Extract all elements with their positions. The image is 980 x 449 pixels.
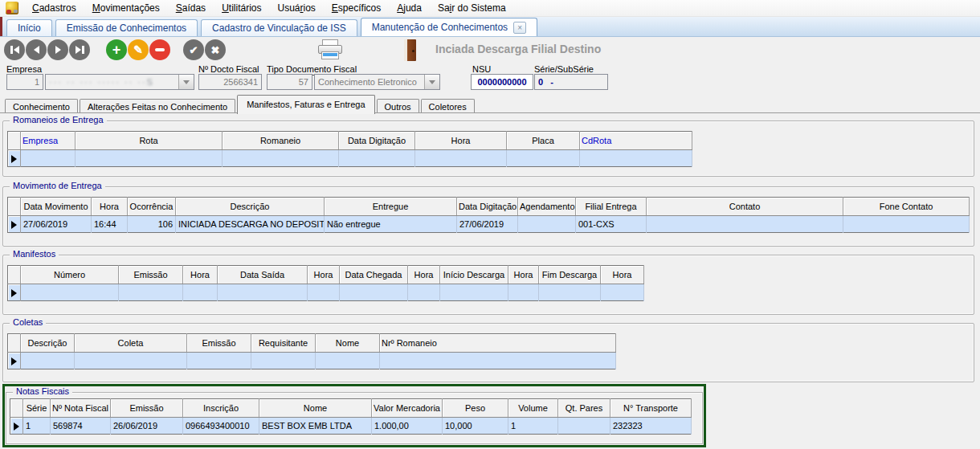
print-button[interactable] [316,39,344,61]
cell-hora[interactable] [601,284,644,301]
column-header-data-saida[interactable]: Data Saída [218,266,308,284]
exit-door-icon[interactable] [404,39,416,61]
column-header-agendamento[interactable]: Agendamento [518,198,576,216]
cell-filial-entrega[interactable]: 001-CXS [576,216,647,233]
column-header-hora[interactable]: Hora [183,266,218,284]
cell-emissao[interactable]: 26/06/2019 [111,418,183,435]
menu-saidas[interactable]: Saídas [168,1,214,15]
empresa-dropdown-arrow[interactable] [178,75,194,89]
column-header-nome[interactable]: Nome [316,334,380,353]
coletas-row[interactable] [8,353,616,369]
notas-row[interactable]: 156987426/06/20190966493400010BEST BOX E… [10,418,692,435]
column-header-nr-romaneio[interactable]: Nrº Romaneio [380,334,616,353]
cell-hora[interactable]: 16:44 [92,216,128,233]
tipo-documento-code-field[interactable]: 57 [267,74,312,90]
column-header-numero[interactable]: Número [21,266,119,284]
cell-fim-descarga[interactable] [539,284,601,301]
column-header-nome[interactable]: Nome [259,399,372,418]
cell-emissao[interactable] [119,284,183,301]
menu-sair-do-sistema[interactable]: Sair do Sistema [430,1,514,15]
confirm-button[interactable]: ✔ [183,39,204,60]
menu-utilitarios[interactable]: Utilitários [214,1,269,15]
tab-emissao-de-conhecimentos[interactable]: Emissão de Conhecimentos [55,19,198,36]
cell-hora[interactable] [415,150,507,167]
column-header-hora[interactable]: Hora [415,132,507,150]
romaneios-grid[interactable]: EmpresaRotaRomaneioData DigitaçãoHoraPla… [7,131,692,167]
cell-hora[interactable] [308,284,340,301]
cell-placa[interactable] [507,150,580,167]
cell-requisitante[interactable] [251,353,316,369]
cell-numero[interactable] [21,284,119,301]
cell-hora[interactable] [183,284,218,301]
cell-data-movimento[interactable]: 27/06/2019 [21,216,92,233]
cell-data-chegada[interactable] [340,284,408,301]
tipo-documento-combo[interactable]: Conhecimento Eletronico [314,74,440,90]
cell-valor-mercadoria[interactable]: 1.000,00 [372,418,443,435]
tab-close-icon[interactable]: × [513,22,526,34]
column-header-placa[interactable]: Placa [507,132,580,150]
column-header-inicio-descarga[interactable]: Início Descarga [440,266,508,284]
column-header-empresa[interactable]: Empresa [21,132,76,150]
menu-cadastros[interactable]: Cadastros [24,1,84,15]
empresa-name-combo[interactable]: ··· ·· ··· ····· ·· ··S [45,74,194,90]
cell-hora[interactable] [508,284,539,301]
column-header-contato[interactable]: Contato [647,198,843,216]
column-header-n-nota-fiscal[interactable]: Nº Nota Fiscal [51,399,111,418]
column-header-hora[interactable]: Hora [508,266,539,284]
cell-cdrota[interactable] [580,150,692,167]
column-header-fim-descarga[interactable]: Fim Descarga [539,266,601,284]
cell-nr-romaneio[interactable] [380,353,616,369]
first-record-button[interactable] [4,39,25,60]
empresa-code-field[interactable]: 1 [6,74,43,90]
cell-emissao[interactable] [187,353,251,369]
column-header-data-movimento[interactable]: Data Movimento [21,198,92,216]
menu-ajuda[interactable]: Ajuda [389,1,430,15]
inner-tab-manifestos-faturas-e-entrega[interactable]: Manifestos, Faturas e Entrega [237,95,374,114]
romaneios-row[interactable] [8,150,692,167]
column-header-peso[interactable]: Peso [443,399,508,418]
next-record-button[interactable] [47,39,68,60]
cell-fone-contato[interactable] [843,216,970,233]
movimento-row[interactable]: 27/06/201916:44106INICIADA DESCARGA NO D… [8,216,970,233]
tab-cadastro-de-vinculacao-de-iss[interactable]: Cadastro de Vinculação de ISS [201,19,357,36]
column-header-qt-pares[interactable]: Qt. Pares [558,399,610,418]
cell-inscricao[interactable]: 0966493400010 [183,418,259,435]
column-header-emissao[interactable]: Emissão [187,334,251,353]
movimento-grid[interactable]: Data MovimentoHoraOcorrênciaDescriçãoEnt… [7,197,970,233]
column-header-ocorrencia[interactable]: Ocorrência [128,198,176,216]
cell-volume[interactable]: 1 [508,418,558,435]
column-header-emissao[interactable]: Emissão [111,399,183,418]
cell-nome[interactable] [316,353,380,369]
edit-record-button[interactable]: ✎ [128,39,149,60]
cell-qt-pares[interactable] [558,418,610,435]
cell-agendamento[interactable] [518,216,576,233]
column-header-romaneio[interactable]: Romaneio [223,132,339,150]
column-header-requisitante[interactable]: Requisitante [251,334,316,353]
column-header-data-chegada[interactable]: Data Chegada [340,266,408,284]
cell-data-digitacao[interactable] [339,150,415,167]
menu-especificos[interactable]: Específicos [324,1,389,15]
column-header-entregue[interactable]: Entregue [325,198,457,216]
cell-n-transporte[interactable]: 232323 [610,418,692,435]
menu-movimentacoes[interactable]: Movimentações [84,1,168,15]
serie-subserie-field[interactable]: 0 - [534,74,608,90]
menu-usuarios[interactable]: Usuários [269,1,323,15]
cell-romaneio[interactable] [223,150,339,167]
nsu-field[interactable]: 0000000000 [471,74,533,90]
column-header-valor-mercadoria[interactable]: Valor Mercadoria [372,399,443,418]
cell-data-saida[interactable] [218,284,308,301]
cell-rota[interactable] [76,150,223,167]
cell-empresa[interactable] [21,150,76,167]
column-header-volume[interactable]: Volume [508,399,558,418]
cell-contato[interactable] [647,216,843,233]
cell-peso[interactable]: 10,000 [443,418,508,435]
cell-n-nota-fiscal[interactable]: 569874 [51,418,111,435]
column-header-inscricao[interactable]: Inscrição [183,399,259,418]
coletas-grid[interactable]: DescriçãoColetaEmissãoRequisitanteNomeNr… [7,333,616,369]
notas-grid[interactable]: SérieNº Nota FiscalEmissãoInscriçãoNomeV… [10,398,692,435]
column-header-hora[interactable]: Hora [92,198,128,216]
column-header-emissao[interactable]: Emissão [119,266,183,284]
column-header-rota[interactable]: Rota [76,132,223,150]
prior-record-button[interactable] [26,39,47,60]
cell-descricao[interactable] [21,353,75,369]
